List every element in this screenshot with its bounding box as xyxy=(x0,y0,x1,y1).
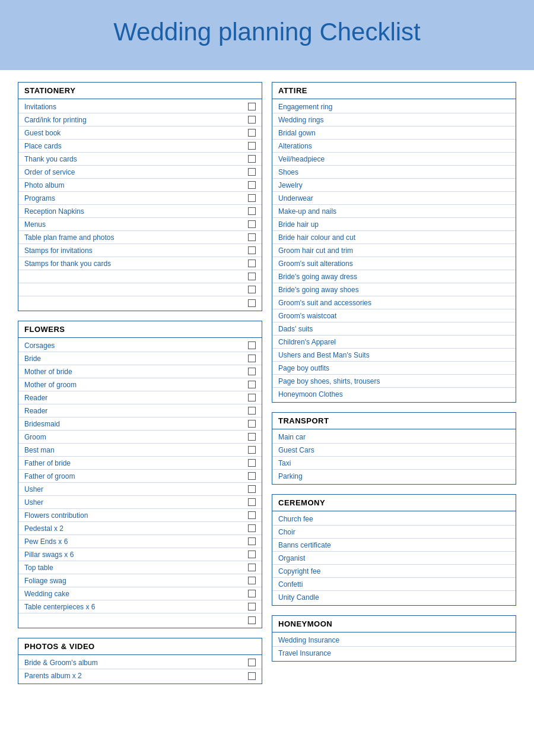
list-item: Menus xyxy=(18,218,262,231)
section-header-ceremony: CEREMONY xyxy=(272,495,516,511)
list-item: Groom xyxy=(18,431,262,444)
page-title: Wedding planning Checklist xyxy=(12,18,522,46)
checkbox[interactable] xyxy=(248,207,256,215)
list-item: Stamps for invitations xyxy=(18,244,262,257)
item-label: Reader xyxy=(24,394,243,402)
list-item: Thank you cards xyxy=(18,153,262,166)
item-label: Main car xyxy=(278,433,510,441)
checkbox[interactable] xyxy=(248,537,256,545)
checkbox[interactable] xyxy=(248,603,256,611)
list-item: Bridal gown xyxy=(272,126,516,140)
item-label: Confetti xyxy=(278,580,510,589)
checkbox[interactable] xyxy=(248,659,256,666)
checkbox[interactable] xyxy=(248,472,256,480)
list-item: Wedding cake xyxy=(18,587,262,600)
item-label: Programs xyxy=(24,194,243,203)
item-label: Veil/headpiece xyxy=(278,155,510,163)
item-label: Groom's suit and accessories xyxy=(278,299,510,307)
item-label: Make-up and nails xyxy=(278,207,510,216)
checkbox[interactable] xyxy=(248,129,256,137)
list-item: Banns certificate xyxy=(272,539,516,552)
item-label: Bride hair up xyxy=(278,220,510,229)
content-grid: STATIONERYInvitationsCard/ink for printi… xyxy=(0,70,534,696)
section-header-transport: TRANSPORT xyxy=(272,413,516,429)
checkbox[interactable] xyxy=(248,511,256,519)
checkbox[interactable] xyxy=(248,485,256,493)
section-flowers: FLOWERSCorsagesBrideMother of brideMothe… xyxy=(18,321,262,628)
checkbox[interactable] xyxy=(248,103,256,110)
checkbox[interactable] xyxy=(248,407,256,415)
checkbox[interactable] xyxy=(248,672,256,680)
checkbox[interactable] xyxy=(248,590,256,597)
checkbox[interactable] xyxy=(248,368,256,375)
checkbox[interactable] xyxy=(248,420,256,428)
checkbox[interactable] xyxy=(248,299,256,307)
item-label: Alterations xyxy=(278,142,510,150)
list-item: Programs xyxy=(18,192,262,205)
list-item: Wedding Insurance xyxy=(272,634,516,647)
checkbox[interactable] xyxy=(248,155,256,163)
list-item: Photo album xyxy=(18,179,262,192)
list-item: Groom's suit and accessories xyxy=(272,296,516,309)
item-label: Photo album xyxy=(24,181,243,189)
checkbox[interactable] xyxy=(248,394,256,401)
checkbox[interactable] xyxy=(248,273,256,280)
checkbox[interactable] xyxy=(248,194,256,202)
checkbox[interactable] xyxy=(248,116,256,124)
item-label: Bride's going away shoes xyxy=(278,286,510,294)
checkbox[interactable] xyxy=(248,446,256,454)
checkbox[interactable] xyxy=(248,564,256,571)
item-label: Bride's going away dress xyxy=(278,273,510,281)
checkbox[interactable] xyxy=(248,551,256,558)
checkbox[interactable] xyxy=(248,524,256,532)
item-label: Best man xyxy=(24,446,243,454)
list-item: Bride hair colour and cut xyxy=(272,231,516,244)
checkbox[interactable] xyxy=(248,142,256,150)
list-item: Groom hair cut and trim xyxy=(272,244,516,257)
list-item: Foliage swag xyxy=(18,574,262,587)
list-item: Parents album x 2 xyxy=(18,669,262,682)
checkbox[interactable] xyxy=(248,498,256,506)
checkbox[interactable] xyxy=(248,355,256,362)
item-label: Children's Apparel xyxy=(278,338,510,346)
item-label: Underwear xyxy=(278,194,510,203)
list-item xyxy=(18,296,262,309)
checkbox[interactable] xyxy=(248,286,256,293)
checkbox[interactable] xyxy=(248,341,256,349)
list-item: Church fee xyxy=(272,513,516,526)
list-item: Dads' suits xyxy=(272,322,516,336)
section-rows-ceremony: Church feeChoirBanns certificateOrganist… xyxy=(272,511,516,605)
list-item: Order of service xyxy=(18,166,262,179)
item-label: Order of service xyxy=(24,168,243,176)
list-item: Organist xyxy=(272,552,516,565)
item-label: Organist xyxy=(278,554,510,562)
list-item: Guest book xyxy=(18,126,262,140)
list-item: Place cards xyxy=(18,140,262,153)
list-item: Pew Ends x 6 xyxy=(18,535,262,548)
item-label: Card/ink for printing xyxy=(24,116,243,124)
checkbox[interactable] xyxy=(248,181,256,189)
list-item: Table plan frame and photos xyxy=(18,231,262,244)
checkbox[interactable] xyxy=(248,433,256,441)
list-item: Invitations xyxy=(18,100,262,113)
item-label: Pew Ends x 6 xyxy=(24,537,243,546)
item-label: Father of bride xyxy=(24,459,243,467)
checkbox[interactable] xyxy=(248,381,256,388)
section-transport: TRANSPORTMain carGuest CarsTaxiParking xyxy=(272,412,516,485)
checkbox[interactable] xyxy=(248,577,256,584)
list-item: Bride's going away shoes xyxy=(272,283,516,296)
checkbox[interactable] xyxy=(248,233,256,241)
checkbox[interactable] xyxy=(248,246,256,254)
checkbox[interactable] xyxy=(248,168,256,176)
item-label: Ushers and Best Man's Suits xyxy=(278,351,510,359)
item-label: Pillar swags x 6 xyxy=(24,551,243,559)
item-label: Usher xyxy=(24,498,243,507)
checkbox[interactable] xyxy=(248,260,256,267)
item-label: Bride xyxy=(24,355,243,363)
item-label: Stamps for invitations xyxy=(24,246,243,255)
checkbox[interactable] xyxy=(248,459,256,467)
list-item xyxy=(18,613,262,627)
list-item: Table centerpieces x 6 xyxy=(18,600,262,613)
checkbox[interactable] xyxy=(248,220,256,228)
checkbox[interactable] xyxy=(248,616,256,624)
